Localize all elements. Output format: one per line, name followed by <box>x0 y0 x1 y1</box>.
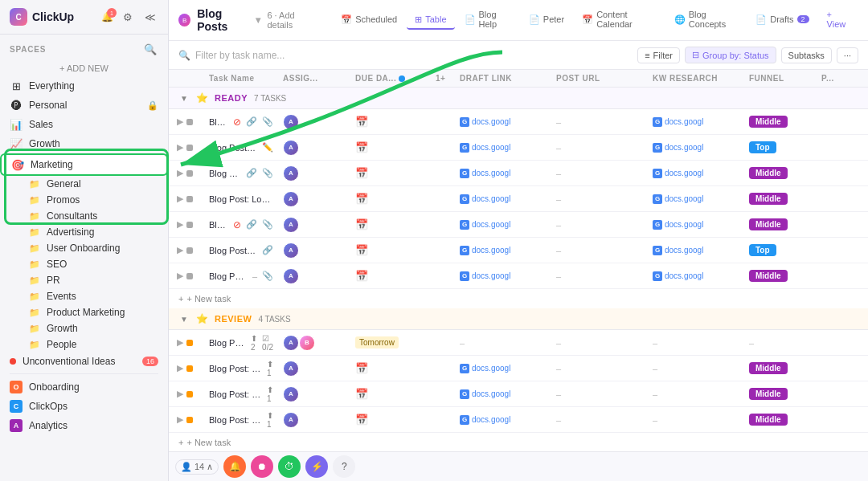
table-row[interactable]: ▶ Blog Post: How to Create a Burndown Ch… <box>169 212 868 238</box>
record-button[interactable]: ⏺ <box>251 455 273 478</box>
collapse-sidebar-button[interactable]: ≪ <box>142 9 158 25</box>
table-row[interactable]: ▶ Blog Post: Client Management Software … <box>169 407 868 433</box>
members-indicator[interactable]: 👤 14 ∧ <box>175 459 219 475</box>
sidebar-item-pr[interactable]: 📁 PR <box>23 272 168 288</box>
table-row[interactable]: ▶ Blog Post: Microsoft Onenote Alternati… <box>169 356 868 381</box>
draft-link-cell[interactable]: Gdocs.googl <box>455 268 551 284</box>
funnel-badge: Middle <box>749 414 788 426</box>
col-funnel[interactable]: FUNNEL <box>744 70 817 87</box>
sidebar-item-sales[interactable]: 📊 Sales <box>0 115 168 134</box>
settings-button[interactable]: ⚙ <box>120 9 136 25</box>
funnel-cell: Middle <box>744 112 817 131</box>
filter-button[interactable]: ≡ Filter <box>637 47 680 63</box>
draft-link-cell[interactable]: Gdocs.googl <box>455 386 551 402</box>
kw-research-cell[interactable]: Gdocs.googl <box>648 114 744 130</box>
tab-blog-help[interactable]: 📄 Blog Help <box>457 6 519 34</box>
draft-link-cell[interactable]: Gdocs.googl <box>455 191 551 207</box>
subtasks-button[interactable]: Subtasks <box>781 47 832 63</box>
tab-blog-concepts[interactable]: 🌐 Blog Concepts <box>666 6 747 34</box>
timer-button[interactable]: ⏱ <box>278 455 301 478</box>
sidebar-item-consultants[interactable]: 📁 Consultants <box>23 208 168 224</box>
review-toggle[interactable]: ▼ <box>178 313 190 324</box>
tab-content-calendar[interactable]: 📅 Content Calendar <box>574 6 665 34</box>
col-draft-link[interactable]: DRAFT LINK <box>455 70 551 87</box>
tab-table[interactable]: ⊞ Table <box>407 11 454 30</box>
sidebar-item-onboarding[interactable]: O Onboarding <box>0 377 168 397</box>
new-task-ready[interactable]: + + New task <box>169 289 868 308</box>
help-button[interactable]: ? <box>333 455 355 478</box>
sidebar-item-events[interactable]: 📁 Events <box>23 288 168 304</box>
draft-link-cell[interactable]: Gdocs.googl <box>455 361 551 377</box>
col-due-date[interactable]: DUE DA... <box>350 70 431 87</box>
analytics-icon: A <box>10 419 23 432</box>
sidebar-item-marketing[interactable]: 🎯 Marketing <box>0 153 168 176</box>
draft-link-cell[interactable]: Gdocs.googl <box>455 165 551 181</box>
funnel-cell: Top <box>744 138 817 157</box>
group-by-button[interactable]: ⊟ Group by: Status <box>685 47 776 63</box>
col-post-url[interactable]: POST URL <box>551 70 648 87</box>
table-row[interactable]: ▶ Blog Post: Slack Alternatives 🔗 📎 A 📅 … <box>169 161 868 186</box>
table-row[interactable]: ▶ Blog Post: Benefits of Agile Software … <box>169 238 868 263</box>
clickup-logo[interactable]: C ClickUp <box>10 8 74 26</box>
num-cell <box>431 247 455 254</box>
kw-research-cell[interactable]: Gdocs.googl <box>648 243 744 259</box>
kw-research-cell[interactable]: Gdocs.googl <box>648 217 744 233</box>
assignee-cell: A <box>278 383 350 406</box>
chevron-icon: ∧ <box>207 462 213 472</box>
tab-drafts[interactable]: 📄 Drafts 2 <box>747 11 817 30</box>
tab-scheduled[interactable]: 📅 Scheduled <box>333 11 405 30</box>
search-input[interactable]: 🔍 Filter by task name... <box>178 50 631 61</box>
notification-button[interactable]: 🔔 <box>223 455 246 478</box>
tab-peter[interactable]: 📄 Peter <box>521 11 572 30</box>
new-task-review[interactable]: + + New task <box>169 433 868 451</box>
ready-toggle[interactable]: ▼ <box>178 92 190 104</box>
link-icon: 🔗 <box>246 168 257 178</box>
draft-link-cell[interactable]: Gdocs.googl <box>455 412 551 428</box>
table-row[interactable]: ▶ Blog Post: How Marketing Uses ClickUp … <box>169 330 868 356</box>
marketing-icon: 🎯 <box>11 158 24 171</box>
subtask-count: ⬆ 1 <box>267 411 273 429</box>
link-icon: ✏️ <box>262 142 273 153</box>
sidebar-item-everything[interactable]: ⊞ Everything <box>0 76 168 96</box>
col-assignee[interactable]: ASSIG... <box>278 70 350 87</box>
kw-research-cell[interactable]: Gdocs.googl <box>648 165 744 181</box>
add-new-button[interactable]: + ADD NEW <box>0 60 168 76</box>
add-view-button[interactable]: + View <box>819 6 858 34</box>
col-p[interactable]: P... <box>817 70 865 87</box>
sidebar-item-clickops[interactable]: C ClickOps <box>0 397 168 416</box>
checklist-count: ☑ 0/2 <box>262 334 273 352</box>
search-spaces-button[interactable]: 🔍 <box>142 41 158 57</box>
kw-research-cell[interactable]: Gdocs.googl <box>648 140 744 156</box>
sidebar-item-people[interactable]: 📁 People <box>23 336 168 353</box>
table-row[interactable]: ▶ Blog Post: Sales KPIs ✏️ A 📅 Gdocs.goo… <box>169 135 868 161</box>
sidebar-item-unconventional-ideas[interactable]: Unconventional Ideas 16 <box>0 353 168 370</box>
draft-link-cell[interactable]: Gdocs.googl <box>455 217 551 233</box>
sidebar-item-product-marketing[interactable]: 📁 Product Marketing <box>23 304 168 320</box>
draft-link-cell[interactable]: Gdocs.googl <box>455 140 551 156</box>
draft-link-cell[interactable]: Gdocs.googl <box>455 243 551 259</box>
sidebar-item-growth[interactable]: 📈 Growth <box>0 134 168 153</box>
sidebar-item-growth-sub[interactable]: 📁 Growth <box>23 320 168 336</box>
funnel-cell: Middle <box>744 190 817 208</box>
table-row[interactable]: ▶ Blog Post: Bear vs Evernote ⬆ 1 A 📅 Gd… <box>169 381 868 407</box>
table-row[interactable]: ▶ Blog Post: Microsoft Project Managemen… <box>169 109 868 135</box>
table-row[interactable]: ▶ Blog Post: Loom Alternatives A 📅 Gdocs… <box>169 186 868 212</box>
more-options-button[interactable]: ··· <box>837 47 858 63</box>
kw-research-cell[interactable]: Gdocs.googl <box>648 191 744 207</box>
main-content: B Blog Posts ▾ 6 · Add details 📅 Schedul… <box>169 0 868 481</box>
sidebar-item-analytics[interactable]: A Analytics <box>0 416 168 435</box>
sidebar-item-personal[interactable]: 🅟 Personal 🔒 <box>0 96 168 115</box>
sidebar-item-general[interactable]: 📁 General <box>23 176 168 192</box>
apps-button[interactable]: ⚡ <box>305 455 328 478</box>
sidebar-item-user-onboarding[interactable]: 📁 User Onboarding <box>23 240 168 256</box>
col-kw-research[interactable]: KW RESEARCH <box>648 70 744 87</box>
notification-bell[interactable]: 🔔 1 <box>101 11 113 22</box>
title-dropdown-icon[interactable]: ▾ <box>256 14 260 26</box>
sidebar-item-advertising[interactable]: 📁 Advertising <box>23 224 168 240</box>
kw-research-cell[interactable]: Gdocs.googl <box>648 268 744 284</box>
sidebar-item-seo[interactable]: 📁 SEO <box>23 256 168 272</box>
draft-link-cell[interactable]: Gdocs.googl <box>455 114 551 130</box>
table-row[interactable]: ▶ Blog Post: Google Forms Alternative – … <box>169 263 868 289</box>
column-headers: Task Name ASSIG... DUE DA... 1+ DRAFT LI… <box>169 70 868 88</box>
sidebar-item-promos[interactable]: 📁 Promos <box>23 192 168 208</box>
